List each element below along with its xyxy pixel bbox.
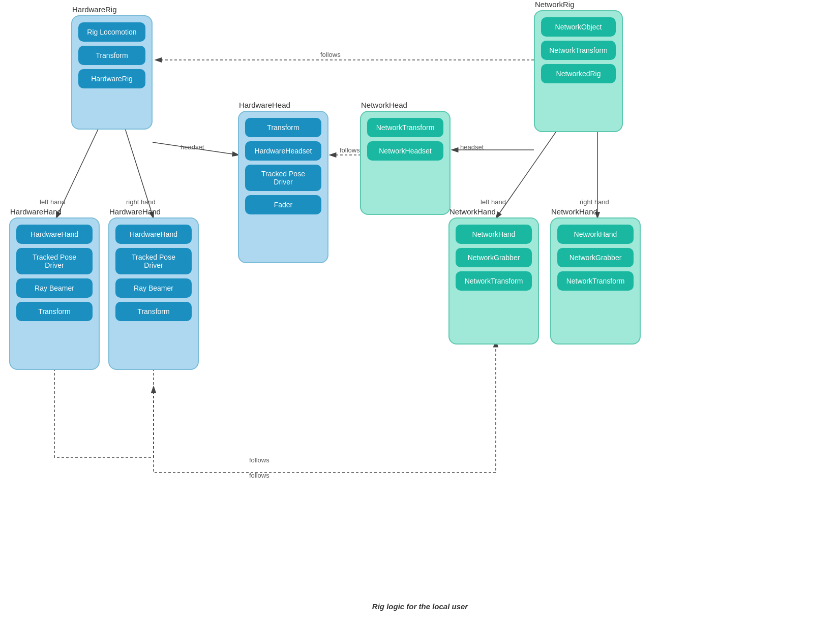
network-headset-card: NetworkHeadset [367,141,443,161]
ray-beamer-left-card: Ray Beamer [16,278,93,298]
rig-locomotion-card: Rig Locomotion [78,22,145,42]
hardware-rig-transform-card: Transform [78,46,145,65]
hardware-headset-card: HardwareHeadset [245,141,321,161]
transform-right-card: Transform [115,302,192,321]
network-hand-right-card: NetworkHand [557,225,634,244]
ray-beamer-right-card: Ray Beamer [115,278,192,298]
network-rig-group: NetworkRig NetworkObject NetworkTransfor… [534,10,623,132]
network-hand-right-label: NetworkHand [551,207,597,216]
network-grabber-right-card: NetworkGrabber [557,248,634,267]
hardware-hand-left-group: HardwareHand HardwareHand Tracked Pose D… [9,217,100,370]
network-object-card: NetworkObject [541,17,616,37]
follows-head-label: follows [340,146,360,154]
tracked-pose-driver-right-card: Tracked Pose Driver [115,248,192,274]
hardware-hand-right-group: HardwareHand HardwareHand Tracked Pose D… [108,217,199,370]
diagram-container: HardwareRig Rig Locomotion Transform Har… [0,0,840,626]
hardware-hand-right-label: HardwareHand [109,207,161,216]
right-hand-network-label: right hand [580,198,609,206]
network-transform-right-card: NetworkTransform [557,271,634,291]
network-head-label: NetworkHead [361,101,407,109]
hardware-head-transform-card: Transform [245,118,321,137]
hardware-rig-card: HardwareRig [78,69,145,88]
network-grabber-left-card: NetworkGrabber [456,248,532,267]
headset-hardware-label: headset [181,143,204,151]
follows-hand-left-label: follows [249,456,269,464]
hardware-hand-left-card: HardwareHand [16,225,93,244]
network-transform-left-card: NetworkTransform [456,271,532,291]
right-hand-hardware-label: right hand [126,198,156,206]
diagram-caption: Rig logic for the local user [0,602,840,611]
hardware-hand-left-label: HardwareHand [10,207,62,216]
transform-left-card: Transform [16,302,93,321]
network-rig-transform-card: NetworkTransform [541,41,616,60]
fader-card: Fader [245,195,321,214]
left-hand-network-label: left hand [481,198,506,206]
hardware-head-label: HardwareHead [239,101,290,109]
network-hand-left-label: NetworkHand [449,207,496,216]
network-head-group: NetworkHead NetworkTransform NetworkHead… [360,111,451,215]
tracked-pose-driver-left-card: Tracked Pose Driver [16,248,93,274]
network-hand-left-group: NetworkHand NetworkHand NetworkGrabber N… [448,217,539,345]
hardware-head-group: HardwareHead Transform HardwareHeadset T… [238,111,328,263]
follows-rig-label: follows [320,51,341,58]
network-hand-right-group: NetworkHand NetworkHand NetworkGrabber N… [550,217,641,345]
network-hand-left-card: NetworkHand [456,225,532,244]
follows-hand-right-label: follows [249,472,269,479]
headset-network-label: headset [460,143,484,151]
network-head-transform-card: NetworkTransform [367,118,443,137]
hardware-rig-group: HardwareRig Rig Locomotion Transform Har… [71,15,153,130]
tracked-pose-driver-head-card: Tracked Pose Driver [245,165,321,191]
networked-rig-card: NetworkedRig [541,64,616,83]
hardware-hand-right-card: HardwareHand [115,225,192,244]
left-hand-hardware-label: left hand [40,198,65,206]
hardware-rig-label: HardwareRig [72,5,117,14]
network-rig-label: NetworkRig [535,0,575,9]
